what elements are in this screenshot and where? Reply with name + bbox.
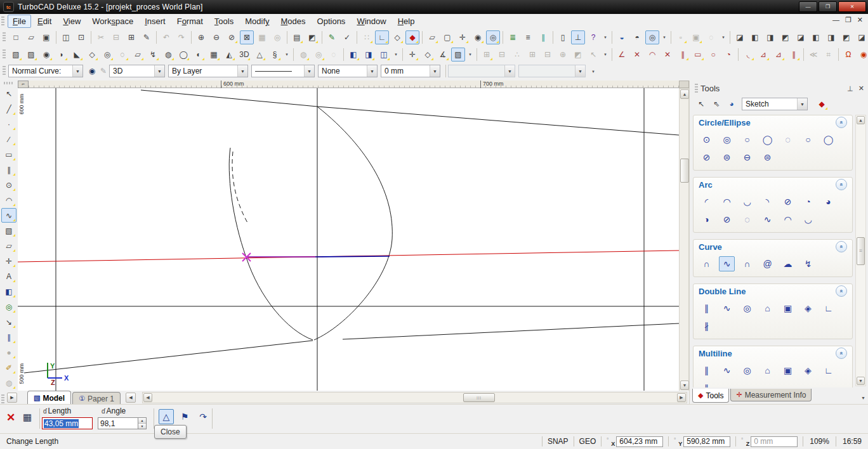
- chevron-down-icon[interactable]: ▼: [367, 65, 377, 77]
- close-shape-button[interactable]: △: [159, 409, 174, 424]
- overflow-icon[interactable]: ▾: [720, 30, 727, 44]
- torus-3d-icon[interactable]: ◯: [176, 48, 190, 62]
- axis-toggle-icon[interactable]: ⊥: [571, 30, 585, 44]
- camera-icon[interactable]: ◉: [471, 30, 485, 44]
- tab-scroll-left-icon[interactable]: ◀: [126, 393, 136, 403]
- object-trim-icon[interactable]: ✕: [661, 48, 674, 62]
- vertical-scrollbar[interactable]: ▲ ▼: [679, 88, 689, 391]
- toolbar-grip[interactable]: [1, 394, 4, 405]
- radial-copy-icon[interactable]: ⊕: [556, 48, 570, 62]
- scroll-up-icon[interactable]: ▲: [680, 89, 689, 99]
- split-line-icon[interactable]: ↯: [146, 48, 160, 62]
- sphere-render-icon[interactable]: ◍: [296, 48, 310, 62]
- multiline-perpendicular-icon[interactable]: ∟: [820, 363, 836, 378]
- format-bucket-icon[interactable]: ◇: [390, 30, 404, 44]
- block-3d-icon[interactable]: ▨: [24, 48, 38, 62]
- copy-icon[interactable]: ⊟: [109, 30, 123, 44]
- select-arrow-icon[interactable]: ↖: [694, 97, 708, 111]
- save-icon[interactable]: ▣: [39, 30, 53, 44]
- overflow-icon[interactable]: ▾: [602, 48, 609, 62]
- new-icon[interactable]: □: [9, 30, 23, 44]
- circle-tan-arc-icon[interactable]: ⊘: [699, 150, 714, 165]
- zoom-out-icon[interactable]: ⊖: [209, 30, 223, 44]
- snap-modes-icon[interactable]: ◎: [1, 299, 16, 314]
- sphere-shade-icon[interactable]: ◎: [312, 48, 326, 62]
- paint-bucket-icon[interactable]: ◆: [405, 30, 419, 44]
- overflow-icon[interactable]: ▾: [283, 48, 291, 62]
- spiral-3d-icon[interactable]: §: [268, 48, 282, 62]
- collapse-chevron-icon[interactable]: «: [836, 348, 847, 359]
- line-style-combo[interactable]: ▼: [251, 65, 315, 77]
- select-icon[interactable]: ↖: [1, 86, 16, 101]
- shrink-icon[interactable]: ≪: [806, 48, 820, 62]
- insert-picture-icon[interactable]: ▤: [290, 30, 304, 44]
- drawing-canvas[interactable]: 600 mm 500 mm Y: [18, 88, 679, 391]
- chevron-down-icon[interactable]: ▼: [154, 65, 164, 77]
- cone-3d-icon[interactable]: ◌: [115, 48, 129, 62]
- rectangle-icon[interactable]: ▭: [1, 147, 16, 162]
- arc-fixed-ratio-icon[interactable]: ◡: [800, 212, 816, 227]
- workplane-by-active-view-icon[interactable]: ◪: [794, 30, 808, 44]
- walk-through-icon[interactable]: ✛: [456, 30, 470, 44]
- render-quality-cup-icon[interactable]: ◎: [645, 30, 659, 44]
- layers-icon[interactable]: ≣: [506, 30, 520, 44]
- mirror-copy-icon[interactable]: ⊞: [525, 48, 539, 62]
- parallel-lines-icon[interactable]: ∥: [676, 48, 690, 62]
- ellipse-fixed-ratio-icon[interactable]: ⊜: [760, 150, 775, 165]
- stretch-icon[interactable]: ⌗: [822, 48, 836, 62]
- multiline-circle-icon[interactable]: ◎: [739, 363, 755, 378]
- pyramid-3d-icon[interactable]: ◭: [222, 48, 236, 62]
- ole-edit-icon[interactable]: ◉: [857, 48, 868, 62]
- prism-3d-icon[interactable]: ◇: [85, 48, 99, 62]
- arc-1-2-3-icon[interactable]: ◔: [800, 194, 816, 209]
- zoom-window-icon[interactable]: ⊠: [240, 30, 254, 44]
- arc-1-3-2-icon[interactable]: ◕: [820, 194, 836, 209]
- visibility-eye-icon[interactable]: ◉: [86, 67, 98, 75]
- z-coordinate-field[interactable]: ▫Z0 mm: [741, 436, 808, 447]
- circle-tan-3-entities-icon[interactable]: ◯: [820, 132, 836, 147]
- overflow-icon[interactable]: ▾: [602, 30, 609, 44]
- overflow-icon[interactable]: ▾: [466, 48, 474, 62]
- undo-icon[interactable]: ↶: [159, 30, 173, 44]
- arc-concentric-icon[interactable]: ◠: [719, 194, 735, 209]
- ruler-origin-button[interactable]: ⌐: [18, 81, 29, 88]
- menu-options[interactable]: Options: [312, 15, 351, 28]
- menu-modes[interactable]: Modes: [276, 15, 311, 28]
- panel-grip[interactable]: [695, 84, 698, 93]
- multiline-segment-icon[interactable]: ∥: [699, 363, 714, 378]
- select-2d-icon[interactable]: ▫: [674, 30, 688, 44]
- measure-angle-icon[interactable]: ∡: [436, 48, 450, 62]
- x-coordinate-field[interactable]: ▫X604,23 mm: [607, 436, 674, 447]
- toolbar-grip[interactable]: [3, 49, 6, 60]
- multiline-parallel-icon[interactable]: ∦: [699, 381, 714, 387]
- line-segment-icon[interactable]: ╱: [1, 101, 16, 116]
- menubar-grip[interactable]: [1, 16, 4, 27]
- text-icon[interactable]: A: [1, 269, 16, 283]
- double-line-rectangle-icon[interactable]: ▣: [780, 301, 796, 316]
- sphere-3d-icon[interactable]: ◉: [39, 48, 53, 62]
- workplane-to-view-icon[interactable]: ◧: [809, 30, 823, 44]
- paste-icon[interactable]: ⊞: [124, 30, 138, 44]
- chevron-down-icon[interactable]: ▼: [430, 65, 440, 77]
- overflow-icon[interactable]: ▾: [661, 30, 668, 44]
- double-line-polyline-icon[interactable]: ∿: [719, 301, 735, 316]
- restore-button[interactable]: ❐: [819, 1, 837, 12]
- arc-tan-line-icon[interactable]: ⊘: [780, 194, 796, 209]
- meet-2-lines-icon[interactable]: ∠: [615, 48, 629, 62]
- select-3d-icon[interactable]: ▣: [689, 30, 703, 44]
- arc-double-point-icon[interactable]: ∿: [760, 212, 775, 227]
- view-mode-combo[interactable]: 3D▼: [109, 65, 165, 77]
- render-hidden-line-cup-icon[interactable]: ◓: [630, 30, 644, 44]
- boolean-intersect-icon[interactable]: ◫: [377, 48, 391, 62]
- workplane-front-icon[interactable]: ◨: [824, 30, 838, 44]
- chevron-down-icon[interactable]: ▼: [72, 65, 82, 77]
- field-pin-icon[interactable]: ɗ: [43, 408, 47, 415]
- render-wireframe-cup-icon[interactable]: ◒: [615, 30, 629, 44]
- wedge-3d-icon[interactable]: ◣: [70, 48, 84, 62]
- minimize-button[interactable]: —: [799, 1, 817, 12]
- zoom-selection-icon[interactable]: ◎: [270, 30, 284, 44]
- scroll-down-icon[interactable]: ▼: [857, 377, 865, 385]
- scroll-down-icon[interactable]: ▼: [680, 381, 689, 390]
- chamfer-vertex-icon[interactable]: ⊿: [772, 48, 786, 62]
- chamfer-icon[interactable]: ⊿: [756, 48, 770, 62]
